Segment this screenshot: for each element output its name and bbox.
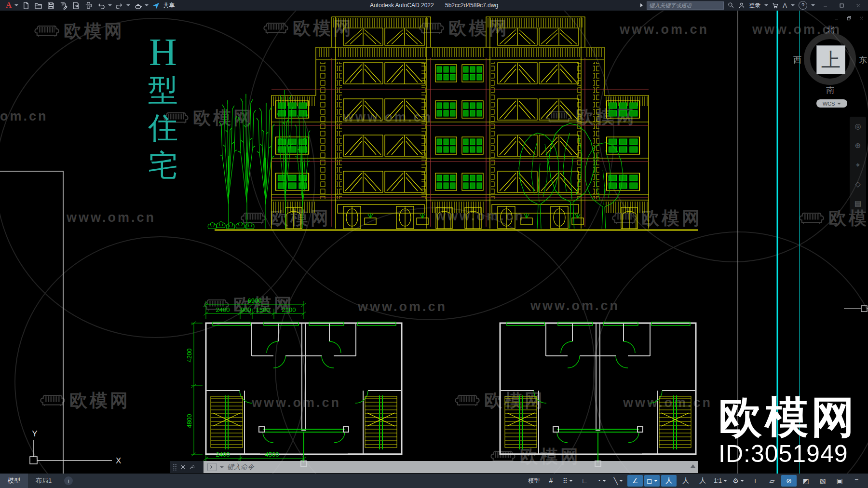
statusbar-customization[interactable]: ≡ [849,475,864,487]
sheet-border-line [0,171,63,474]
wcs-caret-icon [837,103,841,105]
dwg-restore-button[interactable] [844,14,853,21]
redo-caret-icon[interactable] [126,4,130,6]
statusbar-quick-properties[interactable]: ▱ [764,475,780,487]
command-history-icon[interactable] [691,464,695,468]
statusbar-isolate-objects[interactable]: ⊘ [781,475,797,487]
navbar-orbit-icon[interactable]: ◇ [855,180,861,189]
navbar-showmotion-icon[interactable]: ▤ [854,199,861,208]
title-char: 型 [148,71,178,109]
new-file-icon[interactable] [20,1,31,10]
crosshair-cursor [844,306,868,312]
close-button[interactable] [852,1,864,10]
compass-south-label[interactable]: 南 [826,85,834,96]
appstore-icon[interactable]: A [783,2,787,9]
viewcube-top-face[interactable]: 上 [816,45,845,74]
title-char: H [148,33,178,71]
floor-plan-left [206,322,402,466]
save-as-icon[interactable] [58,1,68,10]
save-icon[interactable] [45,1,56,10]
compass-north-label[interactable]: 北 [826,24,834,35]
statusbar-hardware-acceleration[interactable]: ▧ [815,475,830,487]
command-line-bar[interactable]: 键入命令 [170,461,698,473]
statusbar-annotation-visibility[interactable]: 人 [661,475,677,487]
maximize-button[interactable] [835,1,848,10]
dim-bottom: 2400 [216,451,230,458]
dwg-minimize-button[interactable] [832,14,841,21]
open-folder-icon[interactable] [33,1,43,10]
user-icon[interactable] [738,2,745,9]
navigation-bar[interactable]: ◎⊕⌖◇▤ [850,117,866,213]
isometric-drafting-caret-icon[interactable] [619,480,623,482]
statusbar-isometric-drafting[interactable]: ╲ [610,475,626,487]
undo-caret-icon[interactable] [108,4,112,6]
share-label[interactable]: 共享 [163,1,175,10]
statusbar-grid-display[interactable]: # [543,475,558,487]
statusbar-graphics-performance[interactable]: ◩ [798,475,814,487]
plot-icon[interactable] [83,1,94,10]
cart-icon[interactable] [772,2,779,9]
command-input-area[interactable]: 键入命令 [203,461,698,473]
statusbar-annotation-autoscale[interactable]: 人 [678,475,693,487]
open-from-web-icon[interactable] [70,1,81,10]
compass-west-label[interactable]: 西 [793,54,801,66]
statusbar-annotation-scale[interactable]: 人 [695,475,710,487]
command-icon[interactable] [207,463,217,471]
statusbar-snap-mode[interactable]: ⠿ [560,475,575,487]
undo-icon[interactable] [95,1,106,10]
dim-total: 6900 [248,297,262,304]
search-input[interactable] [647,1,724,10]
statusbar-scale-value[interactable]: 1:1 [712,475,729,487]
dwg-close-button[interactable] [857,14,866,21]
render-caret-icon[interactable] [145,4,149,6]
quick-access-toolbar: A 共享 [0,0,175,10]
compass-east-label[interactable]: 东 [859,54,867,66]
search-expand-icon[interactable] [640,3,643,7]
help-caret-icon[interactable] [811,4,815,6]
statusbar-ortho-mode[interactable]: ∟ [577,475,592,487]
share-icon[interactable] [150,1,161,10]
statusbar-object-snap[interactable]: ◻ [644,475,660,487]
statusbar-osnap-tracking[interactable]: ∠ [627,475,643,487]
wcs-dropdown[interactable]: WCS [816,99,847,108]
statusbar-workspace-switching[interactable]: ⚙ [731,475,746,487]
title-char: 住 [148,109,178,147]
building-elevation [215,17,698,230]
drag-grip-icon[interactable] [173,463,177,471]
command-placeholder[interactable]: 键入命令 [227,463,254,472]
autocad-logo-icon[interactable]: A [3,0,13,10]
workspace-switching-caret-icon[interactable] [740,480,744,482]
logo-caret-icon[interactable] [14,4,18,6]
plan-dimensions: 6900 2400 900 1500 2100 4200 4800 2400 4… [186,297,306,461]
redo-icon[interactable] [114,1,124,10]
statusbar-clean-screen[interactable]: ▣ [832,475,847,487]
wrench-icon[interactable] [189,464,194,470]
tab-layout1[interactable]: 布局1 [28,474,59,488]
navbar-zoom-icon[interactable]: ⌖ [856,161,860,169]
object-snap-caret-icon[interactable] [654,480,658,482]
statusbar-polar-tracking[interactable]: ◔ [594,475,609,487]
scale-value-caret-icon[interactable] [723,480,727,482]
command-caret-icon[interactable] [220,466,224,468]
help-icon[interactable]: ? [799,1,807,10]
search-icon[interactable] [728,2,734,9]
render-icon[interactable] [132,1,143,10]
navbar-steering-wheel-icon[interactable]: ◎ [854,122,861,131]
command-bar-handle[interactable] [170,461,203,473]
statusbar-model-space[interactable]: 模型 [526,475,542,487]
minimize-button[interactable] [819,1,831,10]
tab-model[interactable]: 模型 [0,474,28,488]
signin-label[interactable]: 登录 [749,1,760,10]
polar-tracking-caret-icon[interactable] [602,480,606,482]
snap-mode-caret-icon[interactable] [569,480,573,482]
close-icon[interactable] [180,464,186,470]
viewcube[interactable]: 北 西 东 南 上 WCS [798,28,863,115]
navbar-pan-icon[interactable]: ⊕ [855,141,861,150]
add-layout-button[interactable]: + [64,476,73,485]
svg-text:X: X [116,456,121,465]
dim-left: 4200 [186,349,193,363]
signin-caret-icon[interactable] [764,4,768,6]
statusbar-annotation-monitor[interactable]: + [747,475,763,487]
appstore-caret-icon[interactable] [791,4,795,6]
title-char: 宅 [148,147,178,184]
